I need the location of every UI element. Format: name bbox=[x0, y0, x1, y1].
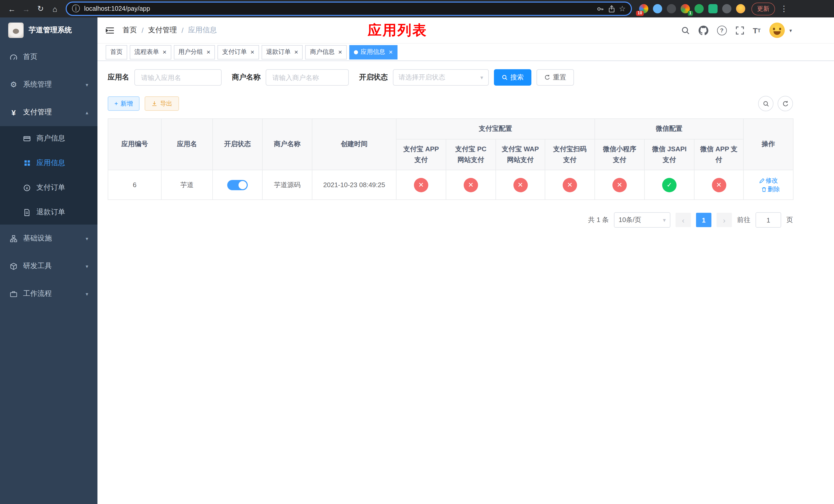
col-alipay-qr[interactable]: 支付宝扫码支付 bbox=[545, 139, 595, 170]
address-bar[interactable]: ⓘ localhost:1024/pay/app ☆ bbox=[66, 2, 632, 16]
refresh-icon[interactable] bbox=[777, 96, 793, 111]
sidebar-item-system[interactable]: ⚙ 系统管理 ▾ bbox=[0, 71, 97, 98]
sidebar-logo[interactable]: 芋道管理系统 bbox=[0, 18, 97, 43]
col-actions: 操作 bbox=[744, 119, 793, 170]
font-size-icon[interactable]: TT bbox=[753, 26, 761, 35]
browser-forward-button[interactable]: → bbox=[20, 2, 33, 15]
col-merchant[interactable]: 商户名称 bbox=[262, 119, 312, 170]
site-info-icon[interactable]: ⓘ bbox=[72, 3, 80, 14]
app-name-input[interactable] bbox=[134, 69, 222, 86]
col-app-id[interactable]: 应用编号 bbox=[108, 119, 161, 170]
tab-close-icon[interactable]: × bbox=[250, 49, 254, 55]
tab-app-info[interactable]: 应用信息 × bbox=[349, 45, 397, 59]
document-icon bbox=[23, 208, 31, 216]
disabled-icon: ✕ bbox=[563, 178, 577, 192]
breadcrumb-payment[interactable]: 支付管理 bbox=[148, 26, 177, 35]
col-status[interactable]: 开启状态 bbox=[213, 119, 262, 170]
page-size-select[interactable]: 10条/页 ▾ bbox=[614, 212, 671, 228]
prev-page-button[interactable]: ‹ bbox=[676, 213, 691, 227]
cell-alipay-wap: ✕ bbox=[496, 170, 545, 200]
col-alipay-pc[interactable]: 支付宝 PC 网站支付 bbox=[446, 139, 496, 170]
extension-icon-3[interactable] bbox=[667, 4, 676, 13]
sidebar-item-devtools[interactable]: 研发工具 ▾ bbox=[0, 252, 97, 280]
sidebar-item-refund-order[interactable]: 退款订单 bbox=[0, 200, 97, 225]
sidebar-item-payment[interactable]: ¥ 支付管理 ▴ bbox=[0, 98, 97, 126]
fullscreen-icon[interactable] bbox=[735, 26, 744, 35]
user-avatar[interactable] bbox=[769, 23, 785, 38]
page-unit-label: 页 bbox=[786, 215, 793, 225]
extension-icon-2[interactable] bbox=[653, 4, 662, 13]
bookmark-star-icon[interactable]: ☆ bbox=[619, 4, 626, 13]
share-icon[interactable] bbox=[608, 5, 615, 13]
extension-icon-8[interactable] bbox=[736, 4, 745, 13]
col-wx-mini[interactable]: 微信小程序支付 bbox=[595, 139, 644, 170]
browser-back-button[interactable]: ← bbox=[5, 2, 19, 15]
reset-button-label: 重置 bbox=[553, 73, 566, 82]
col-wx-app[interactable]: 微信 APP 支付 bbox=[694, 139, 744, 170]
bank-card-icon bbox=[23, 135, 31, 142]
sidebar-item-home[interactable]: 首页 bbox=[0, 43, 97, 71]
tab-close-icon[interactable]: × bbox=[389, 49, 393, 55]
extension-icon-7[interactable] bbox=[722, 4, 731, 13]
github-icon[interactable] bbox=[698, 25, 708, 35]
reset-button[interactable]: 重置 bbox=[536, 69, 574, 86]
sidebar-item-pay-order[interactable]: ¥ 支付订单 bbox=[0, 175, 97, 200]
tab-close-icon[interactable]: × bbox=[338, 49, 342, 55]
browser-home-button[interactable]: ⌂ bbox=[48, 2, 62, 15]
sidebar-item-label: 首页 bbox=[23, 52, 38, 62]
sidebar-item-app-info[interactable]: 应用信息 bbox=[0, 151, 97, 175]
sidebar-item-workflow[interactable]: 工作流程 ▾ bbox=[0, 280, 97, 307]
sidebar-item-infra[interactable]: 基础设施 ▾ bbox=[0, 225, 97, 252]
tab-merchant-info[interactable]: 商户信息 × bbox=[305, 45, 347, 59]
search-button[interactable]: 搜索 bbox=[494, 69, 531, 86]
help-icon[interactable]: ? bbox=[717, 25, 727, 35]
sidebar-item-merchant-info[interactable]: 商户信息 bbox=[0, 126, 97, 151]
edit-link[interactable]: 修改 bbox=[759, 176, 778, 185]
extension-icon-5[interactable] bbox=[695, 4, 704, 13]
extension-icon-6[interactable] bbox=[708, 4, 718, 13]
key-icon[interactable] bbox=[596, 5, 604, 13]
status-toggle[interactable] bbox=[227, 180, 248, 190]
tab-process-form[interactable]: 流程表单 × bbox=[130, 45, 171, 59]
tab-close-icon[interactable]: × bbox=[162, 49, 167, 55]
tab-close-icon[interactable]: × bbox=[294, 49, 298, 55]
tab-home[interactable]: 首页 bbox=[106, 45, 127, 59]
avatar-caret-icon[interactable]: ▾ bbox=[789, 27, 792, 33]
dashboard-icon bbox=[9, 53, 18, 61]
browser-reload-button[interactable]: ↻ bbox=[34, 2, 47, 15]
merchant-name-input[interactable] bbox=[266, 69, 349, 86]
browser-menu-icon[interactable]: ⋮ bbox=[780, 4, 788, 13]
url-text[interactable]: localhost:1024/pay/app bbox=[84, 5, 592, 12]
col-created[interactable]: 创建时间 bbox=[312, 119, 396, 170]
col-wx-jsapi[interactable]: 微信 JSAPI 支付 bbox=[644, 139, 694, 170]
add-button[interactable]: + 新增 bbox=[108, 96, 139, 111]
tab-pay-order[interactable]: 支付订单 × bbox=[218, 45, 259, 59]
goto-page-input[interactable] bbox=[755, 212, 781, 228]
disabled-icon: ✕ bbox=[464, 178, 478, 192]
next-page-button[interactable]: › bbox=[717, 213, 732, 227]
app-name-label: 应用名 bbox=[108, 73, 129, 82]
export-button[interactable]: 导出 bbox=[145, 96, 179, 111]
col-app-name[interactable]: 应用名 bbox=[161, 119, 213, 170]
col-alipay-app[interactable]: 支付宝 APP 支付 bbox=[396, 139, 446, 170]
enabled-icon: ✓ bbox=[662, 178, 677, 192]
page-content: 应用名 商户名称 开启状态 请选择开启状态 ▾ bbox=[97, 61, 834, 228]
logo-avatar bbox=[8, 23, 24, 38]
tab-refund-order[interactable]: 退款订单 × bbox=[262, 45, 303, 59]
page-1-button[interactable]: 1 bbox=[696, 213, 711, 227]
toggle-search-icon[interactable] bbox=[758, 96, 773, 111]
breadcrumb: 首页 / 支付管理 / 应用信息 bbox=[123, 26, 217, 35]
tab-user-group[interactable]: 用户分组 × bbox=[174, 45, 215, 59]
breadcrumb-home[interactable]: 首页 bbox=[123, 26, 137, 35]
search-icon[interactable] bbox=[681, 26, 689, 35]
col-alipay-wap[interactable]: 支付宝 WAP 网站支付 bbox=[496, 139, 545, 170]
status-select[interactable]: 请选择开启状态 ▾ bbox=[393, 69, 489, 86]
delete-link[interactable]: 删除 bbox=[761, 185, 780, 194]
extension-icon-1[interactable]: 10 bbox=[639, 4, 648, 13]
browser-update-button[interactable]: 更新 bbox=[751, 2, 775, 15]
tab-close-icon[interactable]: × bbox=[206, 49, 210, 55]
disabled-icon: ✕ bbox=[612, 178, 627, 192]
extension-icon-4[interactable]: 1 bbox=[681, 4, 690, 13]
sidebar-toggle-icon[interactable] bbox=[106, 26, 114, 34]
disabled-icon: ✕ bbox=[513, 178, 528, 192]
